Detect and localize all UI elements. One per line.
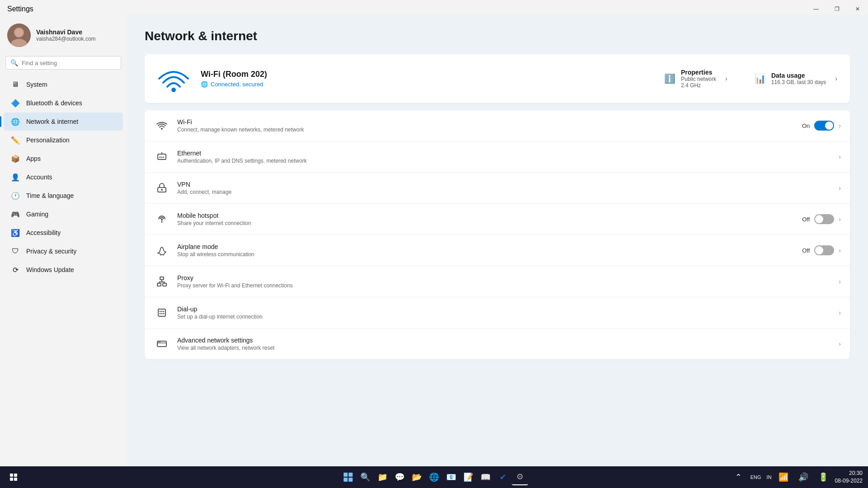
toggle-airplane[interactable]	[814, 245, 834, 255]
svg-point-26	[163, 311, 165, 312]
row-right-dialup: ›	[839, 309, 841, 316]
row-subtitle-wifi: Connect, manage known networks, metered …	[177, 127, 795, 133]
taskbar-reader-icon[interactable]: 📖	[477, 469, 494, 485]
sidebar-item-time[interactable]: 🕐 Time & language	[4, 187, 123, 205]
row-subtitle-advanced: View all network adapters, network reset	[177, 345, 831, 351]
prop-network-type: Public network	[681, 76, 716, 82]
sidebar-item-system[interactable]: 🖥 System	[4, 75, 123, 94]
taskbar-outlook-icon[interactable]: 📧	[443, 469, 459, 485]
toggle-wifi[interactable]	[814, 121, 834, 131]
svg-rect-36	[10, 478, 13, 481]
svg-point-3	[15, 28, 23, 37]
taskbar-battery-icon[interactable]: 🔋	[815, 469, 831, 485]
taskbar-settings-icon[interactable]: ⚙	[512, 469, 528, 485]
toggle-thumb-airplane	[815, 246, 823, 254]
row-right-hotspot: Off ›	[802, 214, 841, 224]
svg-point-13	[161, 189, 163, 191]
taskbar-teams-icon[interactable]: 💬	[392, 469, 408, 485]
chevron-icon-hotspot: ›	[839, 216, 841, 223]
toggle-thumb-hotspot	[815, 215, 823, 223]
sidebar-item-label-bluetooth: Bluetooth & devices	[26, 99, 82, 107]
taskbar-volume-icon[interactable]: 🔊	[795, 469, 811, 485]
row-subtitle-airplane: Stop all wireless communication	[177, 251, 795, 258]
svg-point-4	[171, 88, 176, 92]
sidebar-item-bluetooth[interactable]: 🔷 Bluetooth & devices	[4, 94, 123, 112]
taskbar-time: 20:30	[835, 469, 863, 477]
search-box: 🔍	[5, 56, 121, 70]
personalization-nav-icon: ✏️	[11, 136, 20, 145]
settings-row-dialup[interactable]: Dial-up Set up a dial-up internet connec…	[145, 297, 850, 328]
wifi-hero-card[interactable]: Wi-Fi (Room 202) 🌐 Connected, secured ℹ️…	[145, 54, 850, 103]
svg-point-27	[160, 313, 161, 314]
svg-rect-18	[163, 283, 166, 286]
chevron-icon-ethernet: ›	[839, 153, 841, 160]
sidebar-item-label-privacy: Privacy & security	[26, 248, 76, 255]
taskbar-search-icon[interactable]: 🔍	[357, 469, 373, 485]
svg-point-33	[160, 342, 160, 343]
settings-row-proxy[interactable]: Proxy Proxy server for Wi-Fi and Etherne…	[145, 266, 850, 297]
sidebar-item-network[interactable]: 🌐 Network & internet	[4, 113, 123, 131]
taskbar-files-icon[interactable]: 📂	[409, 469, 425, 485]
sidebar-item-label-update: Windows Update	[26, 266, 74, 273]
toggle-hotspot[interactable]	[814, 214, 834, 224]
chevron-icon-proxy: ›	[839, 278, 841, 285]
svg-rect-34	[10, 474, 13, 477]
user-name: Vaishnavi Dave	[36, 28, 96, 36]
row-title-dialup: Dial-up	[177, 305, 831, 313]
settings-row-hotspot[interactable]: Mobile hotspot Share your internet conne…	[145, 204, 850, 235]
taskbar: 🔍 📁 💬 📂 🌐 📧 📝 📖 ✔ ⚙ ⌃ ENG IN 📶 🔊 🔋 20:30…	[0, 466, 868, 488]
wifi-prop-data-usage[interactable]: 📊 Data usage 116.3 GB, last 30 days ›	[755, 72, 837, 85]
vpn-icon	[154, 180, 170, 196]
settings-row-wifi[interactable]: Wi-Fi Connect, manage known networks, me…	[145, 110, 850, 141]
gaming-nav-icon: 🎮	[11, 210, 20, 219]
chevron-icon-wifi: ›	[839, 122, 841, 129]
sidebar-item-apps[interactable]: 📦 Apps	[4, 150, 123, 168]
row-right-wifi: On ›	[802, 121, 841, 131]
time-nav-icon: 🕐	[11, 191, 20, 200]
sidebar-item-accessibility[interactable]: ♿ Accessibility	[4, 224, 123, 242]
settings-row-ethernet[interactable]: Ethernet Authentication, IP and DNS sett…	[145, 141, 850, 173]
titlebar-title: Settings	[7, 5, 33, 13]
wifi-status-text: Connected, secured	[211, 81, 263, 88]
svg-point-5	[161, 128, 163, 130]
sidebar-item-update[interactable]: ⟳ Windows Update	[4, 261, 123, 279]
accounts-nav-icon: 👤	[11, 173, 20, 182]
user-profile[interactable]: Vaishnavi Dave vaisha284@outlook.com	[0, 18, 127, 56]
wifi-status-globe-icon: 🌐	[201, 81, 208, 88]
settings-row-vpn[interactable]: VPN Add, connect, manage ›	[145, 173, 850, 204]
row-right-airplane: Off ›	[802, 245, 841, 255]
taskbar-wifi-icon[interactable]: 📶	[775, 469, 792, 485]
nav-list: 🖥 System 🔷 Bluetooth & devices 🌐 Network…	[0, 75, 127, 279]
data-usage-label: Data usage	[771, 72, 826, 79]
taskbar-tasks-icon[interactable]: ✔	[495, 469, 511, 485]
svg-rect-16	[160, 277, 164, 280]
chevron-icon-vpn: ›	[839, 184, 841, 192]
settings-row-airplane[interactable]: Airplane mode Stop all wireless communic…	[145, 235, 850, 266]
taskbar-start-button[interactable]	[340, 469, 356, 485]
sidebar-item-personalization[interactable]: ✏️ Personalization	[4, 131, 123, 149]
taskbar-chevron-icon[interactable]: ⌃	[731, 469, 747, 485]
row-title-ethernet: Ethernet	[177, 150, 831, 157]
sidebar-item-privacy[interactable]: 🛡 Privacy & security	[4, 242, 123, 260]
taskbar-system-tray-icon[interactable]	[5, 469, 22, 485]
taskbar-chrome-icon[interactable]: 🌐	[426, 469, 442, 485]
row-title-hotspot: Mobile hotspot	[177, 212, 795, 219]
search-input[interactable]	[22, 60, 116, 66]
sidebar-item-label-gaming: Gaming	[26, 211, 48, 218]
prop-frequency: 2.4 GHz	[681, 82, 716, 89]
dialup-icon	[154, 305, 170, 321]
wifi-name: Wi-Fi (Room 202)	[201, 70, 664, 79]
prop-properties-label: Properties	[681, 69, 716, 76]
sidebar-item-gaming[interactable]: 🎮 Gaming	[4, 205, 123, 223]
privacy-nav-icon: 🛡	[11, 247, 20, 256]
taskbar-date: 08-09-2022	[835, 477, 863, 485]
wifi-prop-properties[interactable]: ℹ️ Properties Public network 2.4 GHz ›	[664, 69, 727, 89]
taskbar-notes-icon[interactable]: 📝	[460, 469, 476, 485]
taskbar-explorer-icon[interactable]: 📁	[374, 469, 391, 485]
row-text-vpn: VPN Add, connect, manage	[177, 181, 831, 195]
svg-point-29	[163, 313, 165, 314]
taskbar-lang: ENG IN	[750, 474, 772, 480]
titlebar: Settings — ❐ ✕	[0, 0, 868, 14]
settings-row-advanced[interactable]: Advanced network settings View all netwo…	[145, 328, 850, 359]
sidebar-item-accounts[interactable]: 👤 Accounts	[4, 168, 123, 186]
